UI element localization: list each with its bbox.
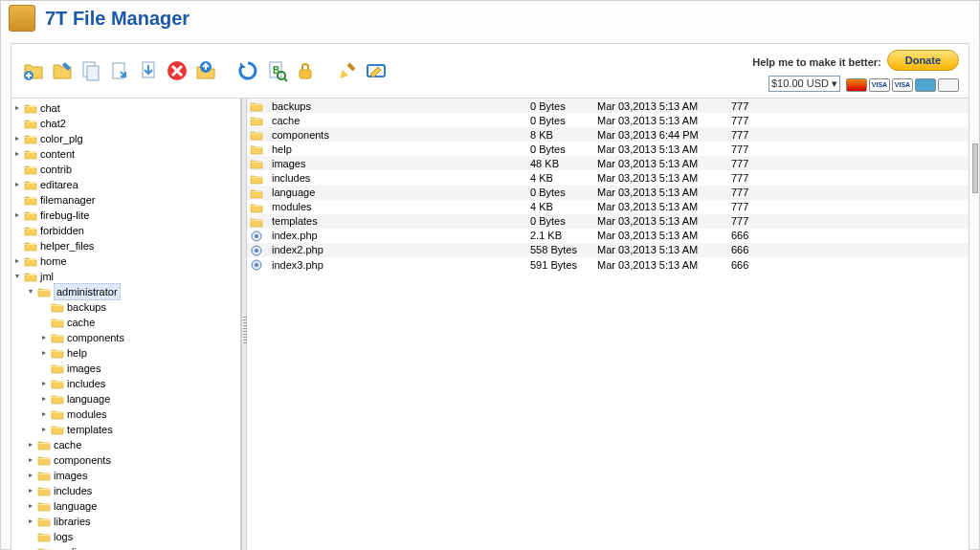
tree-node[interactable]: ▸help bbox=[38, 345, 240, 361]
tree-node[interactable]: helper_files bbox=[11, 238, 240, 253]
expander-icon[interactable] bbox=[38, 317, 50, 328]
expander-icon[interactable]: ▾ bbox=[25, 286, 36, 297]
expander-icon[interactable]: ▸ bbox=[11, 255, 23, 267]
expander-icon[interactable]: ▸ bbox=[38, 378, 50, 389]
new-file-button[interactable] bbox=[50, 58, 75, 83]
delete-button[interactable] bbox=[165, 58, 189, 83]
expander-icon[interactable]: ▸ bbox=[11, 102, 23, 114]
tree-node[interactable]: ▸editarea bbox=[11, 177, 240, 192]
file-perm: 666 bbox=[729, 257, 777, 272]
tree-node[interactable]: ▸components bbox=[25, 452, 240, 468]
expander-icon[interactable] bbox=[38, 363, 50, 374]
download-button[interactable] bbox=[136, 58, 161, 83]
table-row[interactable]: includes4 KBMar 03,2013 5:13 AM777 bbox=[247, 170, 969, 185]
tree-node[interactable]: ▸language bbox=[38, 391, 240, 407]
expander-icon[interactable]: ▸ bbox=[11, 133, 23, 144]
expander-icon[interactable]: ▸ bbox=[38, 347, 50, 359]
file-size: 2.1 KB bbox=[528, 229, 595, 243]
tree-node[interactable]: ▾administratorbackupscache▸components▸he… bbox=[25, 284, 240, 437]
window-scrollbar[interactable] bbox=[972, 143, 978, 193]
tree-node[interactable]: images bbox=[38, 361, 240, 376]
tree-node[interactable]: filemanager bbox=[11, 192, 240, 208]
tree-node[interactable]: ▸chat bbox=[11, 100, 240, 116]
expander-icon[interactable] bbox=[11, 164, 23, 175]
tree-node[interactable]: ▸language bbox=[25, 498, 240, 514]
expander-icon[interactable]: ▸ bbox=[38, 408, 50, 420]
tree-node-label: filemanager bbox=[40, 192, 95, 208]
table-row[interactable]: modules4 KBMar 03,2013 5:13 AM777 bbox=[247, 200, 969, 214]
expander-icon[interactable] bbox=[11, 194, 23, 206]
expander-icon[interactable]: ▸ bbox=[25, 500, 36, 512]
table-row[interactable]: images48 KBMar 03,2013 5:13 AM777 bbox=[247, 156, 969, 170]
file-list-pane[interactable]: backups0 BytesMar 03,2013 5:13 AM777cach… bbox=[247, 99, 969, 550]
expander-icon[interactable]: ▸ bbox=[25, 516, 36, 527]
expander-icon[interactable]: ▸ bbox=[25, 439, 36, 451]
folder-icon bbox=[24, 209, 37, 221]
expander-icon[interactable]: ▸ bbox=[11, 179, 23, 190]
tree-node[interactable]: forbidden bbox=[11, 223, 240, 238]
table-row[interactable]: backups0 BytesMar 03,2013 5:13 AM777 bbox=[247, 99, 969, 113]
copy-button[interactable] bbox=[78, 58, 103, 83]
expander-icon[interactable]: ▸ bbox=[11, 209, 23, 221]
tree-node[interactable]: contrib bbox=[11, 162, 240, 177]
expander-icon[interactable]: ▸ bbox=[25, 470, 36, 481]
tree-node[interactable]: ▸cache bbox=[25, 437, 240, 452]
tree-node[interactable]: ▸includes bbox=[25, 483, 240, 498]
refresh-button[interactable] bbox=[235, 58, 260, 83]
paste-button[interactable] bbox=[107, 58, 132, 83]
tree-node[interactable]: ▾jml▾administratorbackupscache▸component… bbox=[11, 269, 240, 550]
tree-node[interactable]: ▸includes bbox=[38, 376, 240, 391]
edit-button[interactable] bbox=[335, 58, 360, 83]
expander-icon[interactable]: ▸ bbox=[25, 485, 36, 496]
folder-tree-pane[interactable]: ▸chatchat2▸color_plg▸contentcontrib▸edit… bbox=[11, 99, 241, 550]
file-size: 48 KB bbox=[528, 156, 595, 170]
table-row[interactable]: index3.php591 BytesMar 03,2013 5:13 AM66… bbox=[247, 257, 969, 272]
table-row[interactable]: templates0 BytesMar 03,2013 5:13 AM777 bbox=[247, 214, 969, 229]
tree-node[interactable]: ▸images bbox=[25, 468, 240, 483]
tree-node-label: jml bbox=[40, 269, 54, 284]
folder-icon bbox=[250, 173, 263, 185]
expander-icon[interactable]: ▸ bbox=[38, 424, 50, 435]
tree-node[interactable]: ▸content bbox=[11, 146, 240, 162]
expander-icon[interactable] bbox=[11, 225, 23, 236]
expander-icon[interactable] bbox=[11, 118, 23, 129]
tree-node[interactable]: ▸templates bbox=[38, 422, 240, 437]
tree-node[interactable]: ▸color_plg bbox=[11, 131, 240, 146]
table-row[interactable]: language0 BytesMar 03,2013 5:13 AM777 bbox=[247, 186, 969, 200]
folder-icon bbox=[250, 216, 263, 228]
expander-icon[interactable] bbox=[38, 301, 50, 313]
table-row[interactable]: index.php2.1 KBMar 03,2013 5:13 AM666 bbox=[247, 229, 969, 243]
tree-node[interactable]: ▸home bbox=[11, 253, 240, 269]
splitter-handle[interactable] bbox=[241, 99, 247, 550]
tree-node[interactable]: ▸libraries bbox=[25, 514, 240, 529]
table-row[interactable]: components8 KBMar 03,2013 6:44 PM777 bbox=[247, 127, 969, 142]
upload-button[interactable] bbox=[193, 58, 218, 83]
permissions-button[interactable] bbox=[293, 58, 318, 83]
table-row[interactable]: index2.php558 BytesMar 03,2013 5:13 AM66… bbox=[247, 243, 969, 257]
tree-node[interactable]: ▸components bbox=[38, 330, 240, 345]
table-row[interactable]: help0 BytesMar 03,2013 5:13 AM777 bbox=[247, 142, 969, 156]
donate-amount-select[interactable]: $10.00 USD ▾ bbox=[768, 76, 840, 92]
expander-icon[interactable]: ▸ bbox=[38, 332, 50, 343]
expander-icon[interactable]: ▾ bbox=[11, 271, 23, 282]
expander-icon[interactable] bbox=[25, 531, 36, 542]
tree-node[interactable]: ▸modules bbox=[38, 407, 240, 422]
tree-node[interactable]: ▸media bbox=[25, 544, 240, 550]
visa-icon: VISA bbox=[892, 78, 913, 92]
expander-icon[interactable] bbox=[11, 240, 23, 252]
tree-node[interactable]: chat2 bbox=[11, 116, 240, 131]
expander-icon[interactable]: ▸ bbox=[11, 148, 23, 160]
tree-node[interactable]: logs bbox=[25, 529, 240, 544]
new-folder-button[interactable] bbox=[21, 58, 46, 83]
tree-node[interactable]: ▸firebug-lite bbox=[11, 208, 240, 223]
search-button[interactable]: B bbox=[264, 58, 289, 83]
tree-node[interactable]: cache bbox=[38, 315, 240, 330]
donate-button[interactable]: Donate bbox=[887, 50, 959, 71]
expander-icon[interactable]: ▸ bbox=[25, 454, 36, 466]
folder-icon bbox=[51, 408, 64, 420]
table-row[interactable]: cache0 BytesMar 03,2013 5:13 AM777 bbox=[247, 113, 969, 127]
expander-icon[interactable]: ▸ bbox=[25, 546, 36, 550]
expander-icon[interactable]: ▸ bbox=[38, 393, 50, 405]
tree-node[interactable]: backups bbox=[38, 299, 240, 315]
rename-button[interactable] bbox=[364, 58, 389, 83]
